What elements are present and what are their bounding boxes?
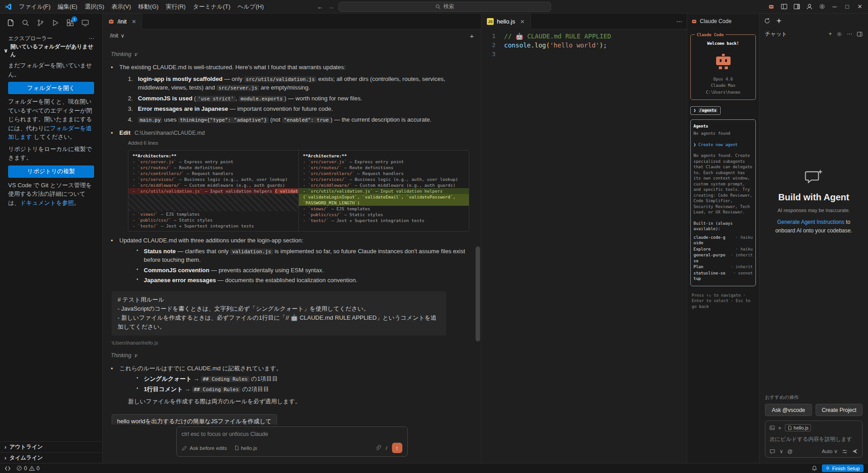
new-chat-icon[interactable]: + (470, 32, 474, 40)
editor-actions-icon[interactable]: ⋯ (672, 14, 687, 29)
source-control-icon[interactable] (36, 19, 44, 27)
chevron-down-icon: ∨ (133, 50, 137, 58)
paperclip-icon[interactable] (375, 445, 381, 451)
send-button[interactable]: ↑ (392, 443, 402, 453)
thinking-toggle[interactable]: Thinking∨ (111, 351, 469, 359)
timeline-section[interactable]: › タイムライン (0, 452, 102, 463)
forward-icon[interactable]: → (328, 3, 334, 10)
diff-line: - `public/css/` — Static styles (132, 217, 294, 223)
permission-mode-label[interactable]: Ask before edits (190, 445, 227, 451)
bell-icon[interactable] (811, 465, 817, 471)
claude-input-box[interactable]: ctrl esc to focus or unfocus Claude Ask … (176, 426, 408, 457)
maximize-icon[interactable]: □ (844, 3, 851, 10)
menu-view[interactable]: 表示(V) (108, 1, 135, 12)
claude-input-placeholder: ctrl esc to focus or unfocus Claude (182, 431, 402, 437)
chat-welcome: Build with Agent AI responses may be ina… (760, 13, 868, 391)
slash-command-icon[interactable]: / (386, 445, 387, 451)
search-icon[interactable] (21, 19, 29, 27)
claude-panel-header: Claude Code (687, 14, 759, 29)
layout-secondary-icon[interactable] (793, 3, 800, 10)
bullet-icon: ● (111, 364, 119, 373)
tab-hello-js[interactable]: JS hello.js ✕ (481, 14, 531, 29)
typed-command: /agents (698, 108, 717, 113)
more-actions-icon[interactable]: ⋯ (89, 35, 94, 42)
menu-go[interactable]: 移動(G) (135, 1, 162, 12)
menu-file[interactable]: ファイル(F) (15, 1, 54, 12)
menu-terminal[interactable]: ターミナル(T) (189, 1, 234, 12)
builtin-agent[interactable]: statusline-setup· sonnet (693, 270, 753, 282)
close-icon[interactable]: ✕ (520, 19, 524, 25)
docs-description: VS Code で Git とソース管理を使用する方法の詳細については、ドキュメ… (8, 181, 94, 208)
create-project-button[interactable]: Create Project (816, 404, 863, 416)
bullet-icon: ● (111, 236, 119, 245)
tools-icon[interactable] (842, 449, 848, 454)
list-item: 4. main.py uses thinking={"type": "adapt… (128, 115, 469, 124)
diff-view[interactable]: **Architecture:** - `src/server.js` — Ex… (128, 150, 469, 232)
model-picker[interactable]: Auto ∨ (822, 448, 838, 454)
pencil-icon[interactable] (182, 445, 187, 451)
tab-init[interactable]: /init ✕ (103, 14, 142, 29)
context-file-chip[interactable]: hello.js (785, 424, 811, 431)
context-file[interactable]: hello.js (234, 445, 257, 451)
open-folder-button[interactable]: フォルダーを開く (8, 82, 94, 94)
add-context-icon[interactable]: + (778, 425, 782, 431)
builtin-agent[interactable]: general-purpose· inherit (693, 252, 753, 264)
code-editor[interactable]: 1// 🤖 CLAUDE.md RULE APPLIED 2console.lo… (481, 29, 687, 61)
diff-added-line: - `src/utils/validation.js` — Input vali… (299, 188, 469, 194)
settings-gear-icon[interactable] (818, 3, 826, 10)
list-item: •Japanese error messages — documents the… (137, 276, 469, 285)
remote-indicator-icon[interactable] (5, 465, 11, 472)
tab-bar: JS hello.js ✕ ⋯ (481, 14, 687, 29)
menu-run[interactable]: 実行(R) (162, 1, 189, 12)
claude-terminal[interactable]: Claude Code Welcome back! Opus 4.6 Claud… (687, 29, 759, 463)
explorer-section-header[interactable]: ∨ 開いているフォルダーがありません (0, 45, 102, 56)
chevron-down-icon[interactable]: ∨ (779, 448, 783, 454)
menu-selection[interactable]: 選択(S) (81, 1, 108, 12)
thinking-toggle[interactable]: Thinking∨ (111, 50, 469, 58)
chat-mode-icon[interactable] (769, 449, 775, 454)
builtin-agent[interactable]: claude-code-guide· haiku (693, 235, 753, 246)
account-icon[interactable] (806, 3, 813, 10)
claude-icon[interactable] (768, 3, 775, 10)
chat-input-box[interactable]: + hello.js 次にビルドする内容を説明します ∨ @ Auto ∨ (765, 421, 863, 458)
builtin-agent[interactable]: Plan· inherit (693, 264, 753, 270)
send-icon[interactable] (852, 448, 858, 454)
js-editor: JS hello.js ✕ ⋯ 1// 🤖 CLAUDE.md RULE APP… (481, 14, 687, 463)
extensions-icon[interactable]: 1 (66, 19, 74, 27)
problems-status[interactable]: 0 0 (16, 465, 39, 472)
menu-edit[interactable]: 編集(E) (54, 1, 81, 12)
chat-session-title[interactable]: /init (110, 33, 118, 39)
remote-explorer-icon[interactable] (81, 19, 89, 27)
scrollbar-thumb[interactable] (476, 246, 480, 341)
diff-pane-original: **Architecture:** - `src/server.js` — Ex… (128, 151, 299, 231)
edit-header[interactable]: ● EditC:\Users\hanao\CLAUDE.md (111, 128, 469, 137)
builtin-agent[interactable]: Explore· haiku (693, 246, 753, 252)
finish-setup-button[interactable]: Finish Setup (822, 464, 863, 472)
generate-instructions-link[interactable]: Generate Agent Instructions (777, 219, 844, 225)
close-icon[interactable]: ✕ (856, 3, 863, 10)
explorer-icon[interactable] (6, 19, 14, 27)
code-line: 3 (481, 50, 687, 59)
sidebar-bottom-sections: › アウトライン › タイムライン (0, 441, 102, 463)
chat-disclaimer: AI responses may be inaccurate. (778, 208, 850, 213)
command-input[interactable]: ❯ /agents (690, 106, 721, 115)
ask-vscode-button[interactable]: Ask @vscode (765, 404, 812, 416)
create-new-agent-option[interactable]: ❯ Create new agent (693, 142, 753, 148)
back-icon[interactable]: ← (317, 3, 323, 10)
command-center-search[interactable]: 検索 (339, 2, 551, 12)
additions-list: •Status note — clarifies that only valid… (137, 247, 469, 285)
minimize-icon[interactable]: ─ (831, 3, 838, 10)
run-debug-icon[interactable] (51, 19, 59, 27)
diff-line: - `src/routes/` — Route definitions (132, 165, 294, 170)
chevron-down-icon: ∨ (834, 449, 838, 454)
docs-link[interactable]: ドキュメントを参照 (20, 199, 74, 206)
layout-panel-icon[interactable] (780, 3, 788, 10)
attach-image-icon[interactable] (769, 425, 775, 430)
mention-icon[interactable]: @ (787, 449, 793, 454)
menu-help[interactable]: ヘルプ(H) (234, 1, 268, 12)
outline-section[interactable]: › アウトライン (0, 441, 102, 452)
close-icon[interactable]: ✕ (132, 19, 136, 25)
diff-line: - `views/` — EJS templates (303, 206, 465, 212)
clone-repository-button[interactable]: リポジトリの複製 (8, 166, 94, 178)
chat-sparkle-icon (804, 168, 823, 187)
